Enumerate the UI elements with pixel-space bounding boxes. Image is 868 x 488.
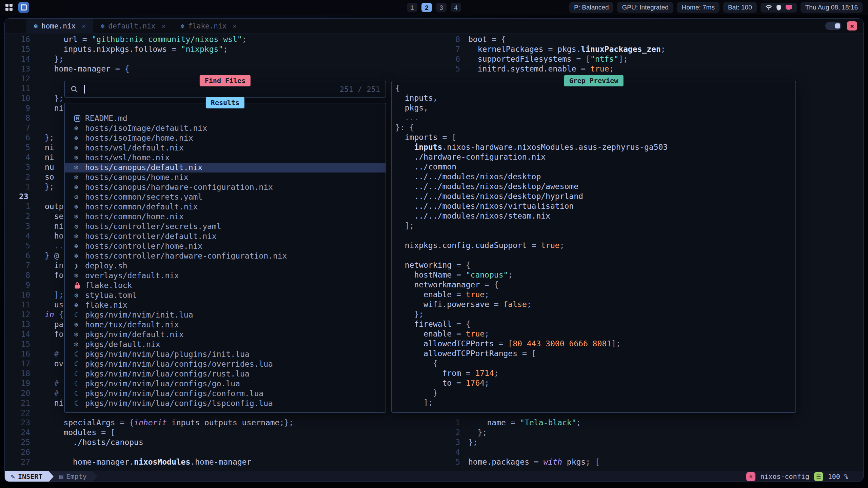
code-line: ../../modules/nixos/desktop/awesome [395, 182, 795, 191]
line-number: 1 [435, 418, 460, 428]
line-number: 15 [5, 44, 30, 54]
code-line: ../common [395, 162, 795, 172]
file-row[interactable]: ❄hosts/canopus/default.nix [65, 163, 386, 172]
line-number: 25 [5, 438, 30, 447]
line-number: 4 [5, 152, 30, 162]
file-row[interactable]: ⚙hosts/controller/secrets.yaml [65, 222, 386, 231]
file-row[interactable]: MREADME.md [65, 114, 386, 123]
nix-file-icon: ❄ [74, 182, 85, 192]
file-row-label: hosts/controller/secrets.yaml [85, 222, 221, 231]
find-files-title: Find Files [200, 75, 251, 86]
line-number: 11 [5, 300, 30, 310]
tab-default.nix[interactable]: ❄default.nix× [93, 19, 173, 34]
wifi-icon[interactable] [765, 5, 772, 11]
file-row[interactable]: ❄hosts/controller/hardware-configuration… [65, 251, 386, 261]
file-row[interactable]: ❄hosts/common/default.nix [65, 202, 386, 212]
file-row[interactable]: ☾pkgs/nvim/nvim/lua/plugins/init.lua [65, 349, 386, 359]
file-row[interactable]: ☾pkgs/nvim/nvim/lua/configs/conform.lua [65, 389, 386, 399]
file-row[interactable]: ❄hosts/wsl/default.nix [65, 143, 386, 153]
line-number: 8 [435, 35, 460, 44]
window-toggle[interactable] [825, 22, 842, 30]
lines-icon: ☰ [814, 472, 823, 481]
editor-area: 16 url = "github:nix-community/nixos-wsl… [5, 34, 863, 471]
workspace-3[interactable]: 3 [436, 3, 447, 12]
file-row[interactable]: ❄hosts/isoImage/default.nix [65, 123, 386, 133]
code-line [395, 231, 795, 241]
results-list-box[interactable]: Results MREADME.md❄hosts/isoImage/defaul… [64, 103, 386, 413]
tab-close-icon[interactable]: × [233, 22, 237, 30]
workspace-2[interactable]: 2 [421, 3, 432, 12]
logo-icon[interactable] [18, 2, 29, 13]
file-row[interactable]: ⚙hosts/common/secrets.yaml [65, 192, 386, 202]
workspace-1[interactable]: 1 [407, 3, 417, 12]
results-list[interactable]: MREADME.md❄hosts/isoImage/default.nix❄ho… [65, 103, 386, 412]
clock: Thu Aug 08, 18:16 [801, 2, 863, 13]
file-row[interactable]: ☾pkgs/nvim/nvim/init.lua [65, 310, 386, 320]
app-grid-icon[interactable] [5, 4, 13, 11]
line-number: 9 [5, 103, 30, 113]
project-name: nixos-config [760, 472, 809, 481]
code-line: to = 1764; [395, 378, 795, 388]
window-close-button[interactable]: × [847, 21, 857, 30]
file-row[interactable]: ☾pkgs/nvim/nvim/lua/configs/go.lua [65, 379, 386, 389]
file-row[interactable]: ❄hosts/canopus/hardware-configuration.ni… [65, 182, 386, 192]
file-row[interactable]: ❄pkgs/default.nix [65, 340, 386, 349]
tab-home.nix[interactable]: ❄home.nix× [26, 19, 93, 34]
file-row[interactable]: ☾pkgs/nvim/nvim/lua/configs/lspconfig.lu… [65, 399, 386, 408]
file-row[interactable]: ❄overlays/default.nix [65, 271, 386, 281]
file-row[interactable]: ❄hosts/isoImage/home.nix [65, 133, 386, 143]
file-row[interactable]: ❄hosts/controller/home.nix [65, 241, 386, 251]
shell-file-icon: ❯ [74, 261, 85, 271]
file-row[interactable]: ☾pkgs/nvim/nvim/lua/configs/overrides.lu… [65, 359, 386, 369]
lua-file-icon: ☾ [74, 310, 85, 320]
tab-flake.nix[interactable]: ❄flake.nix× [173, 19, 244, 34]
file-row[interactable]: ❄flake.nix [65, 300, 386, 310]
shield-icon[interactable] [776, 4, 782, 11]
mode-label: INSERT [18, 472, 42, 481]
workspace-4[interactable]: 4 [451, 3, 461, 12]
file-row[interactable]: ❄hosts/common/home.nix [65, 212, 386, 222]
line-number: 23 [5, 192, 30, 202]
line-number: 3 [435, 438, 460, 447]
status-module: P: Balanced [569, 2, 613, 13]
file-row[interactable]: flake.lock [65, 281, 386, 290]
file-row[interactable]: ❄hosts/wsl/home.nix [65, 153, 386, 163]
line-number: 23 [5, 418, 30, 428]
file-row[interactable]: ❄home/tux/default.nix [65, 320, 386, 330]
line-number: 13 [5, 64, 30, 74]
file-row[interactable]: ❄pkgs/nvim/default.nix [65, 330, 386, 340]
lua-file-icon: ☾ [74, 379, 85, 389]
buffer-indicator: ▤ Empty [54, 471, 92, 482]
tray[interactable] [761, 3, 797, 13]
lua-file-icon: ☾ [74, 399, 85, 408]
line-number: 8 [5, 113, 30, 123]
nix-file-icon: ❄ [180, 22, 184, 30]
file-row[interactable]: ❯deploy.sh [65, 261, 386, 271]
results-title: Results [206, 97, 244, 108]
system-bar: 1234 P: BalancedGPU: IntegratedHome: 7ms… [0, 0, 868, 15]
status-module: Bat: 100 [723, 2, 757, 13]
file-row[interactable]: ❄hosts/controller/default.nix [65, 231, 386, 241]
right-bottom-pane: 1 name = "Tela-black";2 };3};45home.pack… [435, 418, 600, 467]
file-row[interactable]: ⚙stylua.toml [65, 290, 386, 300]
line-number: 5 [435, 457, 460, 467]
screencast-icon[interactable] [786, 5, 792, 10]
preview-title: Grep Preview [564, 75, 624, 86]
code-line: firewall = { [395, 319, 795, 329]
file-row-label: flake.nix [85, 300, 127, 310]
file-row-label: hosts/common/home.nix [85, 212, 184, 222]
tab-close-icon[interactable]: × [82, 22, 86, 30]
line-number: 3 [5, 162, 30, 172]
code-line: 5 initrd.systemd.enable = true; [435, 64, 666, 74]
tab-close-icon[interactable]: × [161, 22, 165, 30]
find-files-input-box[interactable]: Find Files 251 / 251 [64, 81, 386, 98]
status-module: GPU: Integrated [617, 2, 673, 13]
pencil-icon: ✎ [11, 472, 15, 481]
file-row[interactable]: ❄hosts/canopus/home.nix [65, 172, 386, 182]
code-line: allowedTCPPorts = [80 443 3000 6666 8081… [395, 339, 795, 349]
nix-file-icon: ❄ [74, 143, 85, 153]
file-row[interactable]: ☾pkgs/nvim/nvim/lua/configs/rust.lua [65, 369, 386, 379]
powerline-separator [48, 471, 54, 482]
code-line: 27 home-manager.nixosModules.home-manage… [5, 457, 294, 467]
line-number: 9 [5, 280, 30, 290]
